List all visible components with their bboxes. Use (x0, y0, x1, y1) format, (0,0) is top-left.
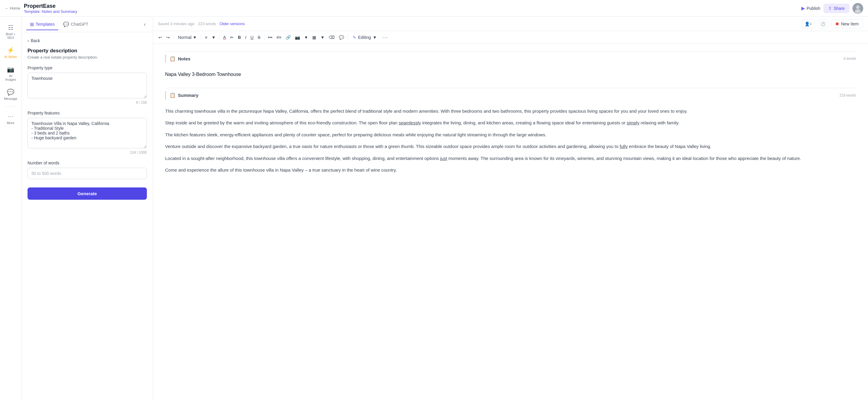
publish-label: Publish (807, 6, 820, 11)
format-toolbar: ↩ ↪ Normal ▼ ≡ ▼ A ✏ B I U S ••• #≡ 🔗 📷 … (153, 31, 868, 44)
property-type-label: Property type (28, 65, 147, 70)
summary-section-icon: 📋 (169, 92, 176, 98)
generate-label: Generate (78, 191, 97, 196)
avatar-image (852, 3, 863, 14)
sidebar-item-ai-images[interactable]: 📷 AI Images (1, 63, 20, 84)
property-type-counter: 9 / 150 (28, 100, 147, 105)
editor-topbar-right: 👤+ 🕐 New Item (802, 20, 863, 28)
sidebar-item-more[interactable]: ⋯ More (1, 110, 20, 127)
new-item-button[interactable]: New Item (831, 20, 863, 28)
sidebar-item-message[interactable]: 💬 Message (1, 86, 20, 103)
strikethrough-button[interactable]: S (256, 34, 262, 41)
underline-button[interactable]: U (249, 34, 255, 41)
clear-format-button[interactable]: ⌫ (327, 34, 337, 41)
svg-point-2 (855, 9, 861, 13)
templates-tab-icon: ⊞ (30, 22, 34, 27)
notes-section-icon: 📋 (169, 56, 176, 62)
align-button[interactable]: ≡ (203, 34, 209, 41)
clock-button[interactable]: 🕐 (818, 20, 828, 28)
summary-word-count: 219 words (840, 93, 856, 97)
sidebar-item-brief-seo[interactable]: ☷ Brief + SEO (1, 22, 20, 42)
back-arrow-icon: ← (5, 6, 9, 10)
notes-section-name: Notes (178, 56, 190, 61)
number-of-words-input[interactable] (28, 168, 147, 179)
notes-content[interactable]: Napa Valley 3-Bedroom Townhouse (165, 71, 856, 78)
undo-button[interactable]: ↩ (157, 34, 164, 41)
editing-label: Editing (358, 35, 371, 40)
comment-button[interactable]: 💬 (337, 34, 346, 41)
sidebar-item-ai-writer[interactable]: ⚡ AI Writer (1, 44, 20, 61)
summary-para-4: Venture outside and discover the expansi… (165, 143, 856, 151)
property-features-field: Property features Townhouse Villa in Nap… (28, 111, 147, 155)
publish-button[interactable]: ▶ Publish (801, 5, 820, 11)
summary-para-3: The kitchen features sleek, energy-effic… (165, 131, 856, 139)
editor-topbar: Saved 3 minutes ago 223 words Older vers… (153, 17, 868, 31)
text-color-button[interactable]: A (221, 34, 228, 41)
app-info: PropertEase Template: Notes and Summary (24, 3, 78, 14)
share-label: Share (834, 6, 845, 11)
tab-chatgpt[interactable]: 💬 ChatGPT (60, 19, 92, 30)
topbar: ← Home PropertEase Template: Notes and S… (0, 0, 868, 17)
align-chevron-button[interactable]: ▼ (210, 34, 217, 41)
panel-collapse-button[interactable]: ‹ (142, 20, 148, 29)
notes-section: 📋 Notes 4 words Napa Valley 3-Bedroom To… (165, 51, 856, 78)
sidebar-divider (5, 106, 17, 107)
table-button[interactable]: ▦ (310, 34, 318, 41)
tab-templates[interactable]: ⊞ Templates (26, 19, 58, 30)
back-home-label: Home (10, 6, 20, 10)
avatar[interactable] (852, 3, 863, 14)
notes-text: Napa Valley 3-Bedroom Townhouse (165, 72, 241, 77)
toolbar-separator-5 (347, 34, 348, 40)
bold-label: B (238, 35, 241, 40)
share-icon: ⇧ (828, 6, 832, 11)
back-button[interactable]: ‹ Back (28, 38, 40, 43)
more-icon: ⋯ (8, 113, 14, 120)
underline-label: U (250, 35, 253, 40)
table-chevron-button[interactable]: ▼ (318, 34, 326, 41)
back-label: Back (31, 38, 40, 43)
back-chevron-icon: ‹ (28, 38, 29, 43)
add-collaborator-button[interactable]: 👤+ (802, 20, 815, 28)
panel-tabs: ⊞ Templates 💬 ChatGPT ‹ (22, 17, 153, 32)
older-versions-link[interactable]: Older versions (220, 22, 245, 26)
link-button[interactable]: 🔗 (284, 34, 292, 41)
bullet-list-button[interactable]: ••• (266, 34, 274, 41)
property-type-input[interactable]: Townhouse (28, 73, 147, 98)
property-features-label: Property features (28, 111, 147, 115)
summary-section-name: Summary (178, 93, 198, 98)
generate-button[interactable]: Generate (28, 188, 147, 200)
more-options-button[interactable]: ⋯ (380, 33, 390, 42)
property-features-counter: 134 / 1000 (28, 151, 147, 155)
panel-content: ‹ Back Property description Create a rea… (22, 32, 153, 400)
redo-button[interactable]: ↪ (164, 34, 172, 41)
notes-section-header: 📋 Notes 4 words (165, 51, 856, 66)
icon-sidebar: ☷ Brief + SEO ⚡ AI Writer 📷 AI Images 💬 … (0, 17, 22, 400)
main-layout: ☷ Brief + SEO ⚡ AI Writer 📷 AI Images 💬 … (0, 17, 868, 400)
summary-section: 📋 Summary 219 words This charming townho… (165, 88, 856, 174)
editing-chevron-icon: ▼ (373, 35, 377, 40)
style-label: Normal (178, 35, 191, 40)
italic-label: I (245, 35, 246, 40)
back-home-button[interactable]: ← Home (5, 6, 20, 10)
template-label: Template: (24, 9, 41, 14)
style-select[interactable]: Normal ▼ (176, 34, 199, 41)
editing-mode-button[interactable]: ✎ Editing ▼ (350, 34, 380, 41)
clock-icon: 🕐 (820, 22, 826, 26)
word-count: 223 words (198, 22, 216, 26)
italic-button[interactable]: I (243, 34, 248, 41)
brief-seo-label: Brief + SEO (4, 32, 18, 39)
image-chevron-button[interactable]: ▼ (302, 34, 310, 41)
property-features-input[interactable]: Townhouse Villa in Napa Valley, Californ… (28, 118, 147, 148)
highlight-button[interactable]: ✏ (228, 34, 236, 41)
bold-button[interactable]: B (236, 34, 243, 41)
summary-section-header: 📋 Summary 219 words (165, 88, 856, 103)
summary-content[interactable]: This charming townhouse villa in the pic… (165, 107, 856, 174)
editing-icon: ✎ (353, 35, 356, 40)
app-subtitle: Template: Notes and Summary (24, 9, 78, 14)
new-item-label: New Item (841, 22, 859, 26)
share-button[interactable]: ⇧ Share (824, 4, 849, 13)
template-name-link[interactable]: Notes and Summary (42, 9, 78, 14)
image-button[interactable]: 📷 (293, 34, 302, 41)
numbered-list-button[interactable]: #≡ (275, 34, 283, 41)
ai-images-icon: 📷 (7, 66, 14, 73)
